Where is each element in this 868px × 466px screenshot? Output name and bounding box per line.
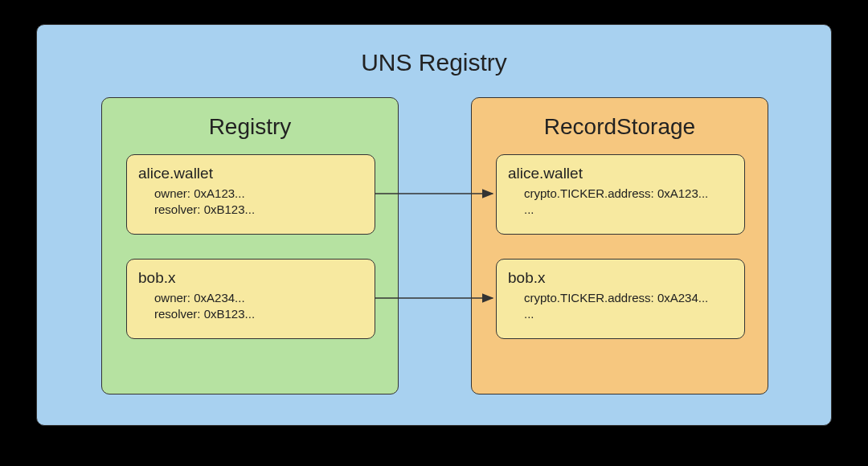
- storage-card-alice: alice.wallet crypto.TICKER.address: 0xA1…: [496, 154, 745, 235]
- record-name: alice.wallet: [508, 165, 733, 182]
- record-name: bob.x: [138, 269, 363, 287]
- registry-card-alice: alice.wallet owner: 0xA123... resolver: …: [126, 154, 375, 235]
- record-name: alice.wallet: [138, 165, 363, 182]
- uns-registry-container: UNS Registry Registry alice.wallet owner…: [36, 24, 832, 426]
- registry-panel: Registry alice.wallet owner: 0xA123... r…: [101, 97, 399, 394]
- storage-card-bob: bob.x crypto.TICKER.address: 0xA234... .…: [496, 259, 745, 339]
- record-resolver: resolver: 0xB123...: [154, 306, 363, 322]
- record-name: bob.x: [508, 269, 733, 287]
- diagram-title: UNS Registry: [37, 49, 831, 76]
- storage-title: RecordStorage: [472, 114, 768, 140]
- record-more: ...: [524, 306, 733, 322]
- record-owner: owner: 0xA123...: [154, 186, 363, 202]
- record-owner: owner: 0xA234...: [154, 290, 363, 306]
- record-address: crypto.TICKER.address: 0xA234...: [524, 290, 733, 306]
- record-more: ...: [524, 202, 733, 218]
- record-storage-panel: RecordStorage alice.wallet crypto.TICKER…: [471, 97, 768, 394]
- registry-card-bob: bob.x owner: 0xA234... resolver: 0xB123.…: [126, 259, 375, 339]
- record-address: crypto.TICKER.address: 0xA123...: [524, 186, 733, 202]
- registry-title: Registry: [102, 114, 398, 140]
- record-resolver: resolver: 0xB123...: [154, 202, 363, 218]
